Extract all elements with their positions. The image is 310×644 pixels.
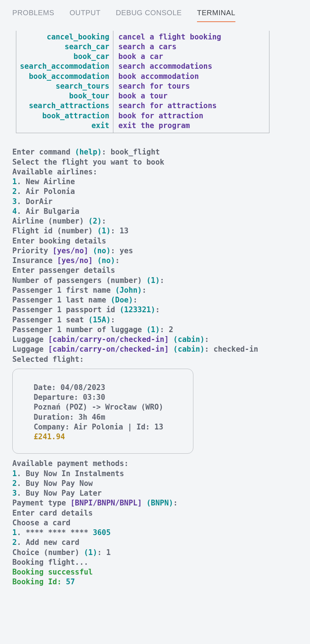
airline-3-num: 3 [12,197,17,206]
command-desc: search accommodations [118,62,265,71]
opts-luggage-1: [cabin/carry-on/checked-in] [48,335,169,344]
command-name: cancel_booking [20,32,109,42]
command-desc: search a cars [118,42,265,52]
prompt-p1-passport: Passenger 1 passport id [12,305,120,314]
opts-yesno: [yes/no] [53,246,88,255]
default-cabin-1: (cabin) [169,335,205,344]
command-name: search_tours [20,81,109,91]
command-name: exit [20,121,109,131]
command-desc: cancel a flight booking [118,32,265,42]
command-help-table: cancel_bookingsearch_carbook_carsearch_a… [16,31,269,134]
text-booking-id-value: 57 [66,577,75,586]
default-no-2: (no) [93,256,115,265]
card-1-num: 1 [12,528,17,537]
command-desc: exit the program [118,121,265,131]
selected-flight-card: Date: 04/08/2023 Departure: 03:30 Poznań… [12,369,193,454]
prompt-luggage-1: Luggage [12,335,48,344]
choice-value: 1 [102,548,111,557]
input-command: book_flight [111,148,160,156]
flight-date: Date: 04/08/2023 [34,383,105,392]
payment-2: . Buy Now Pay Now [17,479,93,488]
text-choose-card: Choose a card [12,518,70,527]
tab-output[interactable]: OUTPUT [70,8,101,22]
command-desc: search for attractions [118,101,265,111]
default-help: (help) [75,148,102,156]
prompt-priority: Priority [12,246,53,255]
prompt-p1-luggage: Passenger 1 number of luggage [12,325,146,334]
default-luggage: (1) [146,325,160,334]
opts-payment: [BNPI/BNPN/BNPL] [70,499,142,507]
prompt-enter-command: Enter command [12,148,75,156]
command-desc: search for tours [118,81,265,91]
flight-company: Company: Air Polonia | Id: 13 [34,423,163,431]
text-booking-successful: Booking successful [12,568,93,576]
command-desc: book a tour [118,91,265,101]
prompt-insurance: Insurance [12,256,57,265]
default-2: (2) [88,217,102,225]
text-booking-id-label: Booking Id: [12,577,66,586]
flight-duration: Duration: 3h 46m [34,413,105,421]
command-name: search_accommodation [20,62,109,71]
tab-terminal[interactable]: TERMINAL [197,8,235,22]
tab-problems[interactable]: PROBLEMS [12,8,54,22]
text-enter-booking: Enter booking details [12,237,106,245]
command-name: search_car [20,42,109,52]
payment-2-num: 2 [12,479,17,488]
luggage-2-value: checked-in [209,345,258,353]
prompt-num-passengers: Number of passengers (number) [12,276,146,285]
prompt-p1-seat: Passenger 1 seat [12,315,88,324]
prompt-payment-type: Payment type [12,499,70,507]
card-2: . Add new card [17,538,79,547]
text-booking-flight: Booking flight... [12,558,88,567]
airline-3: . DorAir [17,197,53,206]
card-1-last4: 3605 [93,528,110,537]
card-1-mask: . **** **** **** [17,528,93,537]
payment-3-num: 3 [12,489,17,497]
priority-value: yes [115,246,133,255]
default-passport: (123321) [120,305,155,314]
default-seat: (15A) [88,315,111,324]
prompt-choice: Choice (number) [12,548,84,557]
tab-debug-console[interactable]: DEBUG CONSOLE [116,8,182,22]
airline-1: . New Airline [17,177,75,186]
command-name: book_accommodation [20,72,109,81]
default-1c: (1) [84,548,97,557]
command-name: search_attractions [20,101,109,111]
text-select-flight: Select the flight you want to book [12,158,164,166]
prompt-p1-last: Passenger 1 last name [12,296,111,304]
card-2-num: 2 [12,538,17,547]
payment-1-num: 1 [12,469,17,478]
command-name: book_tour [20,91,109,101]
default-no: (no) [88,246,111,255]
prompt-airline: Airline (number) [12,217,88,225]
text-selected-flight: Selected flight: [12,355,84,364]
payment-1: . Buy Now In Instalments [17,469,124,478]
panel-tabs: PROBLEMS OUTPUT DEBUG CONSOLE TERMINAL [0,0,310,22]
luggage-count-value: 2 [164,325,173,334]
airline-2-num: 2 [12,187,17,196]
command-desc: book accommodation [118,72,265,81]
command-desc: book a car [118,52,265,62]
airline-2: . Air Polonia [17,187,75,196]
opts-yesno-2: [yes/no] [57,256,93,265]
flight-id-value: 13 [115,226,129,235]
default-1: (1) [97,226,111,235]
default-bnpn: (BNPN) [142,499,173,507]
command-desc: book for attraction [118,111,265,121]
flight-departure: Departure: 03:30 [34,393,105,402]
payment-3: . Buy Now Pay Later [17,489,102,497]
default-john: (John) [115,286,142,295]
flight-route: Poznań (POZ) -> Wrocław (WRO) [34,403,163,411]
flight-price: £241.94 [34,432,65,441]
text-available-airlines: Available airlines: [12,168,97,176]
default-doe: (Doe) [111,296,133,304]
prompt-flight-id: Flight id (number) [12,226,97,235]
default-1b: (1) [146,276,160,285]
prompt-luggage-2: Luggage [12,345,48,353]
command-name: book_attraction [20,111,109,121]
command-name: book_car [20,52,109,62]
airline-1-num: 1 [12,177,17,186]
terminal-output[interactable]: Enter command (help): book_flight Select… [0,133,310,587]
prompt-p1-first: Passenger 1 first name [12,286,115,295]
opts-luggage-2: [cabin/carry-on/checked-in] [48,345,169,353]
